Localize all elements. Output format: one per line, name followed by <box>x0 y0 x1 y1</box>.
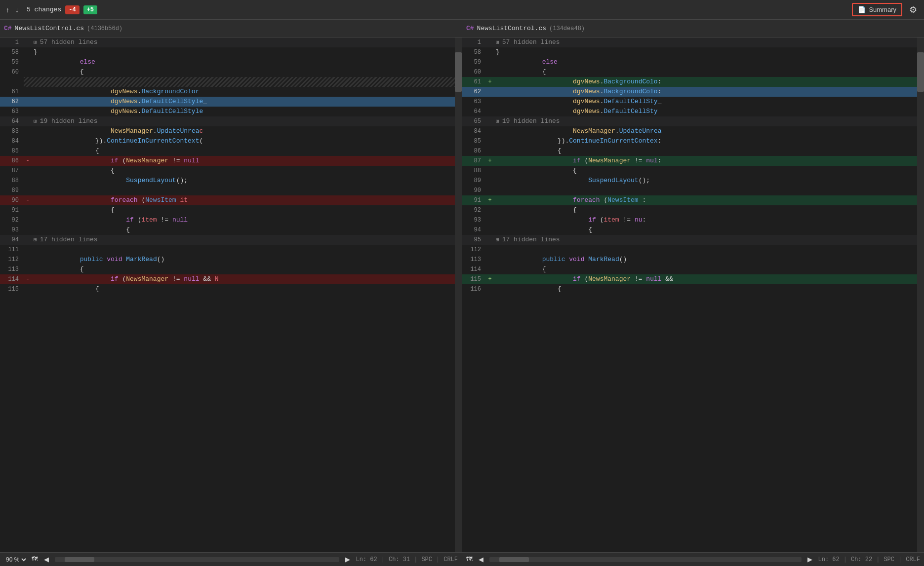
settings-button[interactable]: ⚙ <box>906 3 920 16</box>
left-panel-header: C# NewsListControl.cs (4136b56d) <box>0 20 462 38</box>
table-row: 59 else <box>0 57 462 67</box>
table-row: 116 { <box>462 284 924 294</box>
table-row: 92 if (item != null <box>0 215 462 225</box>
left-code-lines: 1 ⊞ 57 hidden lines 58 } <box>0 38 462 552</box>
table-row: 63 dgvNews.DefaultCellStyle <box>0 107 462 116</box>
left-h-scrollbar[interactable] <box>55 557 339 562</box>
right-h-scrollbar-thumb[interactable] <box>499 557 529 562</box>
additions-badge: +5 <box>83 5 97 14</box>
left-code-area: 1 ⊞ 57 hidden lines 58 } <box>0 38 462 552</box>
table-row: 62 dgvNews.BackgroundColo: <box>462 87 924 97</box>
table-row: 87 + if (NewsManager != nul: <box>462 156 924 166</box>
right-scroll-left-button[interactable]: ◀ <box>477 556 485 563</box>
summary-label: Summary <box>869 6 896 13</box>
right-panel-header: C# NewsListControl.cs (134dea48) <box>462 20 924 38</box>
prev-change-button[interactable]: ↑ <box>4 5 11 15</box>
table-row: 86 { <box>462 146 924 156</box>
table-row: 112 <box>462 245 924 255</box>
table-row: 93 if (item != nu: <box>462 215 924 225</box>
right-panel: C# NewsListControl.cs (134dea48) 1 ⊞ 57 … <box>462 20 924 552</box>
right-lang-icon: C# <box>466 25 474 32</box>
left-ch-label: Ch: 31 <box>389 556 410 563</box>
table-row: 90 - foreach (NewsItem it <box>0 195 462 205</box>
right-minimap-icon[interactable]: 🗺 <box>466 556 473 563</box>
right-scrollbar[interactable] <box>917 38 924 552</box>
table-row: 89 SuspendLayout(); <box>462 176 924 186</box>
table-row: 112 public void MarkRead() <box>0 255 462 264</box>
top-bar: ↑ ↓ 5 changes -4 +5 📄 Summary ⚙ <box>0 0 924 20</box>
summary-button[interactable]: 📄 Summary <box>852 3 902 16</box>
status-bar: 90 % 🗺 ◀ ▶ Ln: 62 | Ch: 31 | SPC | CRLF … <box>0 552 924 566</box>
table-row: 84 }).ContinueInCurrentContext( <box>0 136 462 146</box>
table-row: 113 { <box>0 264 462 274</box>
table-row: 88 SuspendLayout(); <box>0 176 462 186</box>
expand-icon[interactable]: ⊞ <box>34 116 37 126</box>
next-change-button[interactable]: ↓ <box>13 5 21 15</box>
table-row: 115 { <box>0 284 462 294</box>
table-row: 64 dgvNews.DefaultCellSty <box>462 107 924 116</box>
changes-label: 5 changes <box>27 6 61 13</box>
left-status-panel: 90 % 🗺 ◀ ▶ Ln: 62 | Ch: 31 | SPC | CRLF <box>0 553 462 566</box>
left-scrollbar[interactable] <box>455 38 462 552</box>
table-row: 58 } <box>462 47 924 57</box>
right-crlf-label: CRLF <box>906 556 920 563</box>
left-code-scroll[interactable]: 1 ⊞ 57 hidden lines 58 } <box>0 38 462 552</box>
right-ch-label: Ch: 22 <box>851 556 872 563</box>
table-row: 94 { <box>462 225 924 235</box>
table-row: 58 } <box>0 47 462 57</box>
table-row: 89 <box>0 186 462 195</box>
left-crlf-label: CRLF <box>443 556 458 563</box>
left-panel: C# NewsListControl.cs (4136b56d) 1 ⊞ 57 … <box>0 20 462 552</box>
table-row: 95 ⊞ 17 hidden lines <box>462 235 924 245</box>
right-ln-label: Ln: 62 <box>818 556 840 563</box>
table-row: 85 }).ContinueInCurrentContex: <box>462 136 924 146</box>
left-lang-icon: C# <box>4 25 12 32</box>
table-row: 91 { <box>0 205 462 215</box>
table-row: 61 + dgvNews.BackgroundColo: <box>462 77 924 87</box>
table-row: 65 ⊞ 19 hidden lines <box>462 116 924 126</box>
right-code-scroll[interactable]: 1 ⊞ 57 hidden lines 58 } <box>462 38 924 552</box>
table-row: 1 ⊞ 57 hidden lines <box>462 38 924 47</box>
left-ln-label: Ln: 62 <box>356 556 377 563</box>
summary-icon: 📄 <box>858 6 866 13</box>
scroll-right-button[interactable]: ▶ <box>343 556 352 563</box>
right-scrollbar-thumb[interactable] <box>917 52 924 92</box>
expand-icon[interactable]: ⊞ <box>34 235 37 245</box>
table-row: 59 else <box>462 57 924 67</box>
right-h-scrollbar[interactable] <box>489 557 802 562</box>
right-code-area: 1 ⊞ 57 hidden lines 58 } <box>462 38 924 552</box>
table-row: 64 ⊞ 19 hidden lines <box>0 116 462 126</box>
table-row: 85 { <box>0 146 462 156</box>
zoom-select[interactable]: 90 % <box>4 556 28 564</box>
expand-icon[interactable]: ⊞ <box>496 116 499 126</box>
table-row: 113 public void MarkRead() <box>462 255 924 264</box>
right-status-panel: 🗺 ◀ ▶ Ln: 62 | Ch: 22 | SPC | CRLF <box>462 553 924 566</box>
minimap-icon[interactable]: 🗺 <box>32 556 38 563</box>
table-row: 94 ⊞ 17 hidden lines <box>0 235 462 245</box>
right-spc-label: SPC <box>884 556 894 563</box>
table-row: 60 { <box>0 67 462 77</box>
table-row: 88 { <box>462 166 924 176</box>
expand-icon[interactable]: ⊞ <box>496 235 499 245</box>
expand-icon[interactable]: ⊞ <box>34 38 37 47</box>
scroll-left-button[interactable]: ◀ <box>42 556 51 563</box>
right-code-lines: 1 ⊞ 57 hidden lines 58 } <box>462 38 924 552</box>
right-commit-hash: (134dea48) <box>549 25 585 32</box>
nav-arrows: ↑ ↓ <box>4 5 21 15</box>
left-commit-hash: (4136b56d) <box>87 25 122 32</box>
table-row <box>0 77 462 87</box>
right-file-name: NewsListControl.cs <box>477 25 546 32</box>
table-row: 87 { <box>0 166 462 176</box>
right-scroll-right-button[interactable]: ▶ <box>805 556 814 563</box>
table-row: 91 + foreach (NewsItem : <box>462 195 924 205</box>
expand-icon[interactable]: ⊞ <box>496 38 499 47</box>
table-row: 62 dgvNews.DefaultCellStyle_ <box>0 97 462 107</box>
table-row: 93 { <box>0 225 462 235</box>
diff-container: C# NewsListControl.cs (4136b56d) 1 ⊞ 57 … <box>0 20 924 552</box>
table-row: 83 NewsManager.UpdateUnreac <box>0 126 462 136</box>
table-row: 84 NewsManager.UpdateUnrea <box>462 126 924 136</box>
deletions-badge: -4 <box>65 5 79 14</box>
table-row: 92 { <box>462 205 924 215</box>
left-h-scrollbar-thumb[interactable] <box>65 557 94 562</box>
left-scrollbar-thumb[interactable] <box>455 52 462 92</box>
